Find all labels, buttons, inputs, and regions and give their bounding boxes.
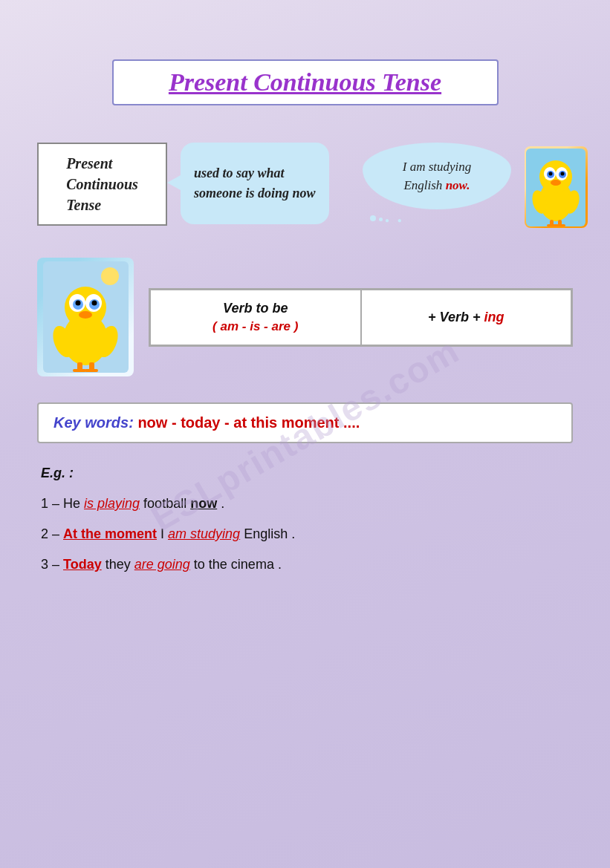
label-text: Present Continuous Tense: [66, 153, 138, 215]
formula-cell-verb-ing: + Verb + ing: [361, 290, 572, 345]
svg-rect-32: [85, 369, 98, 372]
svg-point-24: [75, 301, 80, 306]
speech-text: used to say what someone is doing now: [194, 163, 316, 203]
page-title: Present Continuous Tense: [169, 68, 441, 97]
thought-text: I am studying English now.: [403, 157, 472, 195]
example-3: 3 – Today they are going to the cinema .: [41, 554, 573, 575]
verb-to-be-label: Verb to be: [166, 301, 345, 316]
svg-rect-15: [555, 224, 565, 226]
keywords-values: now - today - at this moment ....: [137, 414, 360, 431]
example-2: 2 – At the moment I am studying English …: [41, 523, 573, 545]
eg-label: E.g. :: [41, 466, 573, 481]
svg-point-26: [79, 311, 92, 319]
svg-point-7: [549, 172, 553, 175]
verb-forms: ( am - is - are ): [166, 319, 345, 334]
svg-point-9: [551, 180, 561, 186]
ex2-keyword: At the moment: [63, 526, 157, 541]
svg-point-2: [539, 160, 572, 193]
ex2-verb: am studying: [168, 526, 240, 541]
svg-point-8: [561, 172, 565, 175]
ex3-verb: are going: [134, 557, 190, 572]
label-box: Present Continuous Tense: [37, 143, 167, 226]
svg-rect-31: [73, 369, 86, 372]
thought-circles: [370, 215, 383, 221]
speech-bubble: used to say what someone is doing now: [181, 143, 329, 224]
circle1: [370, 215, 376, 221]
examples-section: E.g. : 1 – He is playing football now . …: [37, 466, 573, 575]
tweety-image: [525, 146, 588, 228]
circle2: [379, 218, 383, 221]
tweety-top-right: [522, 143, 589, 232]
ex1-verb: is playing: [84, 496, 140, 511]
example-1: 1 – He is playing football now .: [41, 493, 573, 515]
plus-verb-label: + Verb + ing: [428, 310, 504, 325]
formula-row: Verb to be ( am - is - are ) + Verb + in…: [37, 258, 573, 376]
keywords-box: Key words: now - today - at this moment …: [37, 402, 573, 443]
tweety-left-image: [37, 258, 134, 376]
title-box: Present Continuous Tense: [112, 59, 499, 105]
svg-point-17: [101, 267, 119, 285]
ex1-now: now: [190, 496, 217, 511]
keywords-label: Key words:: [53, 414, 134, 431]
definition-row: Present Continuous Tense used to say wha…: [37, 143, 573, 232]
svg-point-25: [91, 301, 97, 306]
thought-bubble: I am studying English now.: [363, 143, 511, 209]
formula-table: Verb to be ( am - is - are ) + Verb + in…: [149, 288, 573, 347]
ex3-keyword: Today: [63, 557, 102, 572]
formula-cell-verb-to-be: Verb to be ( am - is - are ): [150, 290, 361, 345]
